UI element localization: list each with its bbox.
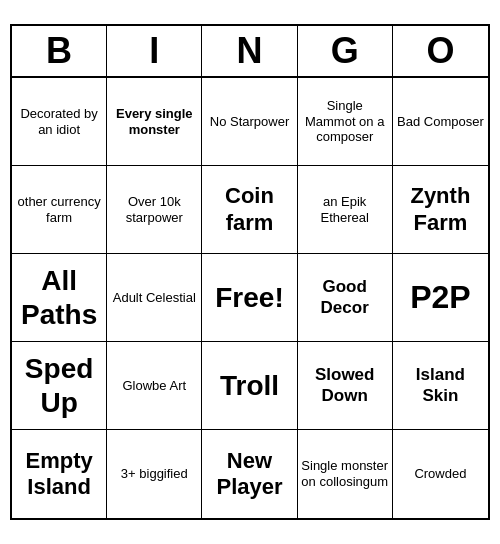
bingo-cell[interactable]: Single monster on collosingum (298, 430, 393, 518)
bingo-cell[interactable]: Single Mammot on a composer (298, 78, 393, 166)
cell-text: Zynth Farm (396, 183, 485, 236)
bingo-cell[interactable]: New Player (202, 430, 297, 518)
cell-text: Good Decor (301, 277, 389, 318)
cell-text: All Paths (15, 264, 103, 331)
cell-text: Troll (220, 369, 279, 403)
bingo-cell[interactable]: Slowed Down (298, 342, 393, 430)
bingo-cell[interactable]: Zynth Farm (393, 166, 488, 254)
bingo-cell[interactable]: Good Decor (298, 254, 393, 342)
cell-text: New Player (205, 448, 293, 501)
bingo-cell[interactable]: Crowded (393, 430, 488, 518)
cell-text: No Starpower (210, 114, 289, 130)
cell-text: Decorated by an idiot (15, 106, 103, 137)
cell-text: P2P (410, 278, 470, 316)
cell-text: other currency farm (15, 194, 103, 225)
bingo-letter: N (202, 26, 297, 76)
bingo-cell[interactable]: Free! (202, 254, 297, 342)
cell-text: Bad Composer (397, 114, 484, 130)
bingo-cell[interactable]: an Epik Ethereal (298, 166, 393, 254)
bingo-cell[interactable]: Sped Up (12, 342, 107, 430)
bingo-cell[interactable]: Empty Island (12, 430, 107, 518)
cell-text: Crowded (414, 466, 466, 482)
cell-text: Empty Island (15, 448, 103, 501)
bingo-cell[interactable]: Glowbe Art (107, 342, 202, 430)
cell-text: Single Mammot on a composer (301, 98, 389, 145)
bingo-cell[interactable]: All Paths (12, 254, 107, 342)
bingo-cell[interactable]: 3+ biggified (107, 430, 202, 518)
bingo-cell[interactable]: Coin farm (202, 166, 297, 254)
cell-text: Adult Celestial (113, 290, 196, 306)
bingo-cell[interactable]: No Starpower (202, 78, 297, 166)
bingo-cell[interactable]: Bad Composer (393, 78, 488, 166)
bingo-grid: Decorated by an idiotEvery single monste… (12, 78, 488, 518)
cell-text: Free! (215, 281, 283, 315)
bingo-header: BINGO (12, 26, 488, 78)
cell-text: Single monster on collosingum (301, 458, 389, 489)
bingo-cell[interactable]: P2P (393, 254, 488, 342)
bingo-letter: B (12, 26, 107, 76)
bingo-letter: O (393, 26, 488, 76)
bingo-cell[interactable]: Over 10k starpower (107, 166, 202, 254)
cell-text: Island Skin (396, 365, 485, 406)
bingo-cell[interactable]: Decorated by an idiot (12, 78, 107, 166)
cell-text: Sped Up (15, 352, 103, 419)
cell-text: Coin farm (205, 183, 293, 236)
bingo-cell[interactable]: Adult Celestial (107, 254, 202, 342)
cell-text: Glowbe Art (122, 378, 186, 394)
cell-text: an Epik Ethereal (301, 194, 389, 225)
cell-text: 3+ biggified (121, 466, 188, 482)
bingo-cell[interactable]: Every single monster (107, 78, 202, 166)
cell-text: Over 10k starpower (110, 194, 198, 225)
bingo-letter: I (107, 26, 202, 76)
bingo-cell[interactable]: Island Skin (393, 342, 488, 430)
cell-text: Slowed Down (301, 365, 389, 406)
bingo-card: BINGO Decorated by an idiotEvery single … (10, 24, 490, 520)
bingo-cell[interactable]: Troll (202, 342, 297, 430)
cell-text: Every single monster (110, 106, 198, 137)
bingo-cell[interactable]: other currency farm (12, 166, 107, 254)
bingo-letter: G (298, 26, 393, 76)
